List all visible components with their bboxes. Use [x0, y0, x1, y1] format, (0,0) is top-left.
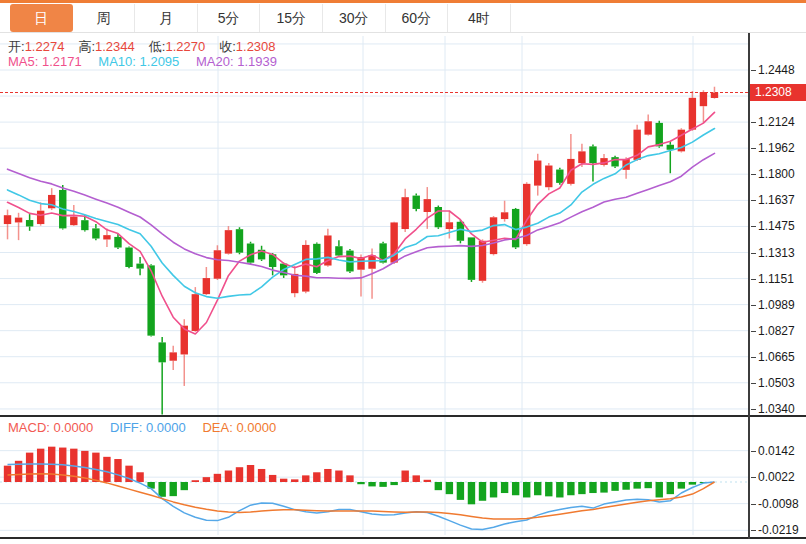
tab-day[interactable]: 日 [10, 4, 73, 32]
tab-15min[interactable]: 15分 [260, 4, 323, 32]
price-tick: 1.2124 [758, 114, 804, 130]
tab-30min[interactable]: 30分 [323, 4, 386, 32]
price-tick: 1.2448 [758, 62, 804, 78]
macd-tick: 0.0142 [758, 443, 804, 459]
tab-60min[interactable]: 60分 [386, 4, 449, 32]
price-tick: 1.1962 [758, 140, 804, 156]
candlestick-chart[interactable] [0, 0, 748, 417]
price-tick: 1.0340 [758, 401, 804, 417]
price-tick: 1.0503 [758, 375, 804, 391]
tab-4hour[interactable]: 4时 [448, 4, 511, 32]
macd-tick: -0.0219 [758, 522, 804, 538]
panel-separator [0, 415, 806, 417]
macd-tick: -0.0098 [758, 496, 804, 512]
current-price-tag: 1.2308 [750, 84, 806, 101]
axis-border [748, 33, 750, 539]
price-tick: 1.0989 [758, 297, 804, 313]
price-tick: 1.0665 [758, 349, 804, 365]
kline-app: 日周月5分15分30分60分4时 开:1.2274高:1.2344低:1.227… [0, 0, 806, 544]
price-tick: 1.0827 [758, 323, 804, 339]
timeframe-tabbar: 日周月5分15分30分60分4时 [0, 0, 806, 33]
macd-tick: 0.0022 [758, 469, 804, 485]
macd-chart[interactable] [0, 417, 748, 537]
price-tick: 1.1475 [758, 218, 804, 234]
tab-month[interactable]: 月 [135, 4, 198, 32]
price-tick: 1.1637 [758, 192, 804, 208]
price-tick: 1.1800 [758, 166, 804, 182]
bottom-border [0, 537, 806, 539]
tab-week[interactable]: 周 [73, 4, 136, 32]
price-tick: 1.1313 [758, 245, 804, 261]
tab-5min[interactable]: 5分 [198, 4, 261, 32]
price-tick: 1.1151 [758, 271, 804, 287]
